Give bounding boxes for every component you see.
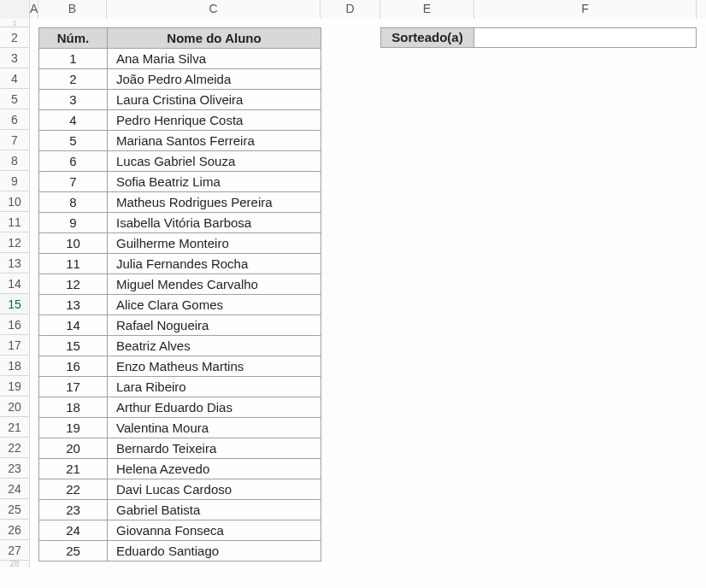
row-header-21[interactable]: 21	[0, 417, 30, 438]
cell-name[interactable]: Rafael Nogueira	[108, 315, 321, 336]
cell-num[interactable]: 20	[39, 438, 108, 459]
column-header-row: ABCDEF	[0, 0, 706, 20]
column-header-e[interactable]: E	[380, 0, 474, 19]
cell-name[interactable]: Pedro Henrique Costa	[108, 110, 321, 131]
cell-num[interactable]: 15	[39, 336, 108, 356]
cell-name[interactable]: Helena Azevedo	[108, 459, 321, 479]
row-header-2[interactable]: 2	[0, 27, 30, 48]
cell-num[interactable]: 9	[39, 213, 108, 233]
cell-name[interactable]: Miguel Mendes Carvalho	[108, 274, 321, 295]
row-header-27[interactable]: 27	[0, 540, 30, 561]
cell-name[interactable]: Valentina Moura	[108, 418, 321, 438]
cell-num[interactable]: 25	[39, 541, 108, 562]
cell-num[interactable]: 24	[39, 520, 108, 541]
row-header-13[interactable]: 13	[0, 253, 30, 273]
cell-name[interactable]: Arthur Eduardo Dias	[108, 397, 321, 418]
cell-name[interactable]: Enzo Matheus Martins	[108, 356, 321, 377]
row-header-4[interactable]: 4	[0, 68, 30, 89]
cell-num[interactable]: 19	[39, 418, 108, 438]
row-header-8[interactable]: 8	[0, 150, 30, 171]
cell-name[interactable]: Ana Maria Silva	[108, 49, 321, 69]
cell-name[interactable]: Isabella Vitória Barbosa	[108, 213, 321, 233]
cell-num[interactable]: 5	[39, 131, 108, 151]
cell-num[interactable]: 16	[39, 356, 108, 377]
cell-num[interactable]: 6	[39, 151, 108, 172]
row-header-5[interactable]: 5	[0, 89, 30, 109]
row-header-23[interactable]: 23	[0, 458, 30, 479]
row-header-17[interactable]: 17	[0, 335, 30, 356]
cell-num[interactable]: 13	[39, 295, 108, 315]
row-header-3[interactable]: 3	[0, 48, 30, 68]
row-header-6[interactable]: 6	[0, 109, 30, 130]
row-header-9[interactable]: 9	[0, 171, 30, 191]
row-header-19[interactable]: 19	[0, 376, 30, 397]
cell-num[interactable]: 12	[39, 274, 108, 295]
select-all-corner[interactable]	[0, 0, 30, 19]
row-header-14[interactable]: 14	[0, 273, 30, 294]
cell-name[interactable]: Julia Fernandes Rocha	[108, 254, 321, 274]
table-row: 22Davi Lucas Cardoso	[39, 479, 321, 500]
row-header-11[interactable]: 11	[0, 212, 30, 232]
header-num[interactable]: Núm.	[39, 28, 108, 49]
grid-body[interactable]: 1234567891011121314151617181920212223242…	[0, 19, 706, 588]
cell-name[interactable]: Beatriz Alves	[108, 336, 321, 356]
row-header-12[interactable]: 12	[0, 232, 30, 253]
cell-num[interactable]: 23	[39, 500, 108, 520]
table-row: 6Lucas Gabriel Souza	[39, 151, 321, 172]
header-name[interactable]: Nome do Aluno	[108, 28, 321, 49]
spreadsheet[interactable]: ABCDEF 123456789101112131415161718192021…	[0, 0, 706, 588]
row-header-15[interactable]: 15	[0, 294, 30, 315]
cell-num[interactable]: 11	[39, 254, 108, 274]
column-header-a[interactable]: A	[30, 0, 38, 19]
cell-num[interactable]: 10	[39, 233, 108, 254]
cell-name[interactable]: Lucas Gabriel Souza	[108, 151, 321, 172]
cell-name[interactable]: Matheus Rodrigues Pereira	[108, 192, 321, 213]
cell-num[interactable]: 1	[39, 49, 108, 69]
cell-name[interactable]: Gabriel Batista	[108, 500, 321, 520]
cell-num[interactable]: 3	[39, 90, 108, 110]
row-header-28[interactable]: 28	[0, 561, 30, 567]
cell-name[interactable]: Eduardo Santiago	[108, 541, 321, 562]
cell-name[interactable]: Lara Ribeiro	[108, 377, 321, 397]
student-table-range: Núm. Nome do Aluno 1Ana Maria Silva2João…	[38, 27, 321, 562]
column-header-c[interactable]: C	[107, 0, 321, 19]
row-header-10[interactable]: 10	[0, 191, 30, 212]
row-header-1[interactable]: 1	[0, 19, 30, 27]
cell-num[interactable]: 2	[39, 69, 108, 90]
row-header-18[interactable]: 18	[0, 356, 30, 376]
cell-name[interactable]: Davi Lucas Cardoso	[108, 479, 321, 500]
row-header-26[interactable]: 26	[0, 520, 30, 540]
sorteado-label-cell[interactable]: Sorteado(a)	[380, 27, 474, 48]
cell-num[interactable]: 8	[39, 192, 108, 213]
row-header-22[interactable]: 22	[0, 438, 30, 458]
column-header-b[interactable]: B	[38, 0, 107, 19]
table-row: 10Guilherme Monteiro	[39, 233, 321, 254]
cell-num[interactable]: 22	[39, 479, 108, 500]
row-header-7[interactable]: 7	[0, 130, 30, 150]
cell-num[interactable]: 18	[39, 397, 108, 418]
cell-name[interactable]: Guilherme Monteiro	[108, 233, 321, 254]
cells-area[interactable]: Núm. Nome do Aluno 1Ana Maria Silva2João…	[30, 19, 706, 588]
cell-name[interactable]: Laura Cristina Oliveira	[108, 90, 321, 110]
row-header-16[interactable]: 16	[0, 315, 30, 335]
table-row: 25Eduardo Santiago	[39, 541, 321, 562]
cell-num[interactable]: 7	[39, 172, 108, 192]
table-row: 4Pedro Henrique Costa	[39, 110, 321, 131]
cell-name[interactable]: Bernardo Teixeira	[108, 438, 321, 459]
cell-name[interactable]: Giovanna Fonseca	[108, 520, 321, 541]
cell-num[interactable]: 21	[39, 459, 108, 479]
cell-name[interactable]: Sofia Beatriz Lima	[108, 172, 321, 192]
cell-name[interactable]: Alice Clara Gomes	[108, 295, 321, 315]
row-header-25[interactable]: 25	[0, 499, 30, 520]
cell-num[interactable]: 17	[39, 377, 108, 397]
table-row: 3Laura Cristina Oliveira	[39, 90, 321, 110]
cell-name[interactable]: João Pedro Almeida	[108, 69, 321, 90]
cell-num[interactable]: 4	[39, 110, 108, 131]
row-header-20[interactable]: 20	[0, 397, 30, 417]
cell-num[interactable]: 14	[39, 315, 108, 336]
sorteado-value-cell[interactable]	[474, 27, 697, 48]
cell-name[interactable]: Mariana Santos Ferreira	[108, 131, 321, 151]
row-header-24[interactable]: 24	[0, 479, 30, 499]
column-header-f[interactable]: F	[474, 0, 697, 19]
column-header-d[interactable]: D	[321, 0, 380, 19]
